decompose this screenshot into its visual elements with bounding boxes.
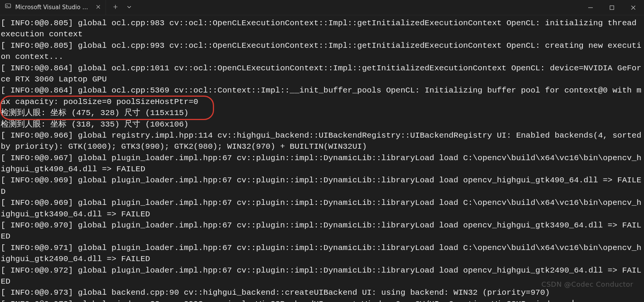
svg-rect-1 xyxy=(610,6,614,10)
close-window-button[interactable] xyxy=(623,0,644,15)
console-line: [ INFO:0@0.864] global ocl.cpp:5369 cv::… xyxy=(1,85,643,107)
svg-rect-0 xyxy=(5,4,11,8)
console-line: [ INFO:0@0.805] global ocl.cpp:983 cv::o… xyxy=(1,18,643,40)
tab-title: Microsoft Visual Studio 调试控 xyxy=(15,3,92,11)
console-line: [ INFO:0@0.805] global ocl.cpp:993 cv::o… xyxy=(1,40,643,63)
console-line: [ INFO:0@0.967] global plugin_loader.imp… xyxy=(1,153,643,175)
console-line: [ INFO:0@0.966] global registry.impl.hpp… xyxy=(1,130,643,153)
window-controls xyxy=(580,0,644,15)
watermark-text: CSDN @Codec Conductor xyxy=(542,279,633,289)
console-line: [ INFO:0@0.970] global plugin_loader.imp… xyxy=(1,220,643,242)
terminal-icon xyxy=(5,2,11,13)
console-line: [ INFO:0@0.969] global plugin_loader.imp… xyxy=(1,197,643,220)
console-line: [ INFO:0@0.973] global window_w32.cpp:29… xyxy=(1,299,643,302)
console-output[interactable]: [ INFO:0@0.805] global ocl.cpp:983 cv::o… xyxy=(0,15,644,302)
active-tab[interactable]: Microsoft Visual Studio 调试控 xyxy=(0,0,106,15)
console-line: 检测到人眼: 坐标 (318, 335) 尺寸 (106x106) xyxy=(1,119,643,130)
maximize-button[interactable] xyxy=(601,0,623,15)
console-line: [ INFO:0@0.864] global ocl.cpp:1011 cv::… xyxy=(1,63,643,85)
title-bar: Microsoft Visual Studio 调试控 xyxy=(0,0,644,15)
console-line: [ INFO:0@0.971] global plugin_loader.imp… xyxy=(1,242,643,265)
tab-actions xyxy=(106,0,139,15)
console-line: [ INFO:0@0.969] global plugin_loader.imp… xyxy=(1,175,643,197)
tab-dropdown-button[interactable] xyxy=(127,2,132,13)
minimize-button[interactable] xyxy=(580,0,601,15)
console-line: 检测到人眼: 坐标 (475, 328) 尺寸 (115x115) xyxy=(1,107,643,119)
close-tab-icon[interactable] xyxy=(96,2,101,13)
new-tab-button[interactable] xyxy=(113,2,118,13)
